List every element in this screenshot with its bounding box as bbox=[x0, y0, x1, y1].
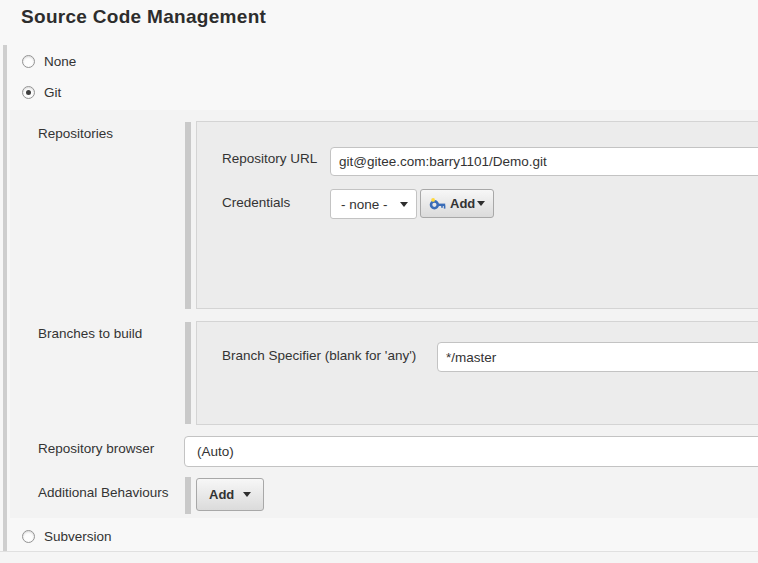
repository-url-label: Repository URL bbox=[222, 151, 317, 166]
credentials-select[interactable]: - none - bbox=[330, 189, 417, 219]
scm-option-none-label[interactable]: None bbox=[44, 54, 76, 69]
repositories-chunk-drag-bar[interactable] bbox=[185, 122, 191, 309]
branches-chunk-drag-bar[interactable] bbox=[185, 322, 191, 424]
branch-specifier-label: Branch Specifier (blank for 'any') bbox=[222, 348, 416, 363]
scm-option-none[interactable]: None bbox=[22, 54, 76, 69]
branch-specifier-input[interactable] bbox=[437, 342, 758, 372]
repository-browser-selected-value: (Auto) bbox=[185, 444, 758, 459]
section-left-bar bbox=[3, 45, 7, 551]
radio-checked-icon[interactable] bbox=[22, 86, 35, 99]
radio-unchecked-icon[interactable] bbox=[22, 55, 35, 68]
additional-behaviours-add-label: Add bbox=[209, 487, 234, 502]
caret-down-icon bbox=[400, 202, 408, 207]
repositories-section-label: Repositories bbox=[38, 126, 113, 141]
caret-down-icon bbox=[477, 201, 485, 206]
credentials-label: Credentials bbox=[222, 195, 290, 210]
credentials-add-button-label: Add bbox=[450, 196, 475, 211]
page-title: Source Code Management bbox=[21, 6, 266, 28]
repository-browser-select[interactable]: (Auto) bbox=[184, 436, 758, 467]
credentials-selected-value: - none - bbox=[331, 197, 400, 212]
additional-behaviours-bar bbox=[185, 477, 191, 514]
branches-panel bbox=[196, 321, 758, 425]
scm-config-page: Source Code Management None Git Reposito… bbox=[0, 0, 758, 563]
credentials-add-button[interactable]: Add bbox=[420, 189, 494, 218]
radio-unchecked-icon[interactable] bbox=[22, 530, 35, 543]
scm-option-git[interactable]: Git bbox=[22, 85, 61, 100]
branches-section-label: Branches to build bbox=[38, 326, 142, 341]
next-section-area bbox=[0, 552, 758, 563]
scm-option-subversion[interactable]: Subversion bbox=[22, 529, 112, 544]
repository-url-input[interactable] bbox=[330, 147, 758, 176]
scm-option-git-label[interactable]: Git bbox=[44, 85, 61, 100]
repository-browser-label: Repository browser bbox=[38, 441, 154, 456]
caret-down-icon bbox=[243, 492, 251, 497]
key-icon bbox=[429, 198, 446, 210]
scm-option-subversion-label[interactable]: Subversion bbox=[44, 529, 112, 544]
additional-behaviours-label: Additional Behaviours bbox=[38, 485, 169, 500]
additional-behaviours-add-button[interactable]: Add bbox=[196, 478, 264, 511]
